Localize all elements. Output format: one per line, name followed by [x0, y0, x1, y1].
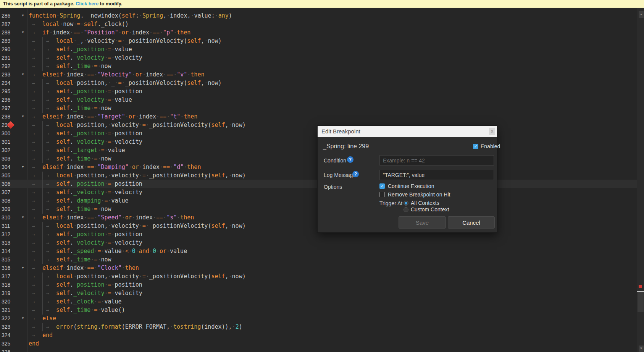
line-number[interactable]: 289 — [2, 37, 10, 45]
gutter[interactable]: 290 — [0, 45, 29, 54]
line-number[interactable]: 319 — [2, 289, 10, 297]
gutter[interactable]: 314 — [0, 247, 29, 255]
gutter[interactable]: 292 — [0, 62, 29, 70]
line-number[interactable]: 307 — [2, 188, 10, 196]
banner-modify-link[interactable]: Click here — [76, 1, 98, 6]
code-line-298[interactable]: 298▼→elseif·index·==·"Target"·or·index·=… — [0, 112, 644, 121]
condition-input[interactable] — [379, 155, 494, 165]
code-text[interactable]: →→self._time·=·now — [29, 104, 644, 113]
code-text[interactable]: →else — [29, 314, 644, 323]
line-number[interactable]: 313 — [2, 238, 10, 247]
line-number[interactable]: 296 — [2, 96, 10, 104]
gutter[interactable]: 296 — [0, 96, 29, 104]
code-line-314[interactable]: 314→→self._speed·=·value·<·0·and·0·or·va… — [0, 247, 644, 255]
code-text[interactable]: →elseif·index·==·"Target"·or·index·==·"t… — [29, 112, 644, 121]
gutter[interactable]: 322▼ — [0, 314, 29, 323]
code-text[interactable]: →→self._speed·=·value·<·0·and·0·or·value — [29, 247, 644, 256]
fold-arrow-icon[interactable]: ▼ — [20, 264, 26, 272]
gutter[interactable]: 304▼ — [0, 163, 29, 171]
fold-arrow-icon[interactable]: ▼ — [20, 314, 26, 323]
fold-arrow-icon[interactable]: ▼ — [20, 163, 26, 171]
code-line-293[interactable]: 293▼→elseif·index·==·"Velocity"·or·index… — [0, 70, 644, 79]
code-line-297[interactable]: 297→→self._time·=·now — [0, 104, 644, 112]
line-number[interactable]: 301 — [2, 138, 10, 146]
gutter[interactable]: 310▼ — [0, 213, 29, 222]
line-number[interactable]: 314 — [2, 247, 10, 255]
gutter[interactable]: 303 — [0, 154, 29, 163]
line-number[interactable]: 302 — [2, 146, 10, 154]
code-text[interactable]: →if·index·==·"Position"·or·index·==·"p"·… — [29, 28, 644, 37]
code-text[interactable]: →→local·_,·velocity·=·_positionVelocity(… — [29, 37, 644, 45]
gutter[interactable]: 291 — [0, 54, 29, 62]
line-number[interactable]: 287 — [2, 20, 10, 28]
code-text[interactable]: →end — [29, 331, 644, 340]
line-number[interactable]: 308 — [2, 196, 10, 205]
line-number[interactable]: 290 — [2, 45, 10, 54]
code-line-321[interactable]: 321→→self._time·=·value() — [0, 306, 644, 314]
code-text[interactable]: →→self._time·=·now — [29, 255, 644, 264]
code-text[interactable]: →→self._velocity·=·value — [29, 96, 644, 104]
code-line-292[interactable]: 292→→self._time·=·now — [0, 62, 644, 70]
line-number[interactable]: 304 — [2, 163, 10, 171]
code-line-289[interactable]: 289→→local·_,·velocity·=·_positionVeloci… — [0, 37, 644, 45]
line-number[interactable]: 316 — [2, 264, 10, 272]
gutter[interactable]: 325 — [0, 339, 29, 348]
code-line-288[interactable]: 288▼→if·index·==·"Position"·or·index·==·… — [0, 28, 644, 37]
remove-breakpoint-checkbox[interactable] — [379, 192, 385, 197]
gutter[interactable]: 311 — [0, 222, 29, 230]
code-text[interactable]: →→local·position,·_·=·_positionVelocity(… — [29, 79, 644, 88]
code-line-325[interactable]: 325end — [0, 339, 644, 348]
code-line-295[interactable]: 295→→self._position·=·position — [0, 87, 644, 96]
fold-arrow-icon[interactable]: ▼ — [20, 28, 26, 37]
line-number[interactable]: 311 — [2, 222, 10, 230]
code-line-294[interactable]: 294→→local·position,·_·=·_positionVeloci… — [0, 79, 644, 87]
code-text[interactable]: →→self._velocity·=·velocity — [29, 289, 644, 298]
code-text[interactable]: →elseif·index·==·"Velocity"·or·index·==·… — [29, 70, 644, 79]
code-text[interactable]: →→self._position·=·position — [29, 87, 644, 96]
code-line-313[interactable]: 313→→self._velocity·=·velocity — [0, 238, 644, 247]
enabled-checkbox[interactable]: ✓ — [473, 144, 478, 149]
line-number[interactable]: 305 — [2, 171, 10, 180]
code-line-326[interactable]: 326 — [0, 348, 644, 352]
vertical-scrollbar[interactable]: ▲ ▼ — [637, 8, 644, 352]
code-text[interactable]: →local·now·=·self._clock() — [29, 20, 644, 29]
line-number[interactable]: 322 — [2, 314, 10, 323]
gutter[interactable]: 301 — [0, 138, 29, 146]
code-text[interactable]: →→self._velocity·=·velocity — [29, 54, 644, 62]
gutter[interactable]: 321 — [0, 306, 29, 314]
code-text[interactable]: end — [29, 339, 644, 348]
code-line-286[interactable]: 286▼function·Spring.__newindex(self:·Spr… — [0, 11, 644, 20]
line-number[interactable]: 288 — [2, 28, 10, 37]
fold-arrow-icon[interactable]: ▼ — [20, 70, 26, 79]
gutter[interactable]: 287 — [0, 20, 29, 28]
fold-arrow-icon[interactable]: ▼ — [20, 112, 26, 121]
line-number[interactable]: 297 — [2, 104, 10, 112]
line-number[interactable]: 295 — [2, 87, 10, 96]
code-text[interactable]: →→self._position·=·value — [29, 45, 644, 54]
fold-arrow-icon[interactable]: ▼ — [20, 213, 26, 222]
code-line-317[interactable]: 317→→local·position,·velocity·=·_positio… — [0, 272, 644, 281]
cancel-button[interactable]: Cancel — [448, 216, 495, 229]
code-text[interactable]: →→self._position·=·position — [29, 281, 644, 289]
gutter[interactable]: 318 — [0, 281, 29, 289]
code-line-290[interactable]: 290→→self._position·=·value — [0, 45, 644, 54]
gutter[interactable]: 299 — [0, 121, 29, 129]
gutter[interactable]: 295 — [0, 87, 29, 96]
line-number[interactable]: 323 — [2, 323, 10, 331]
code-line-322[interactable]: 322▼→else — [0, 314, 644, 323]
line-number[interactable]: 318 — [2, 281, 10, 289]
line-number[interactable]: 293 — [2, 70, 10, 79]
line-number[interactable]: 309 — [2, 205, 10, 213]
gutter[interactable]: 302 — [0, 146, 29, 154]
line-number[interactable]: 321 — [2, 306, 10, 314]
dialog-titlebar[interactable]: Edit Breakpoint x — [318, 126, 497, 137]
log-message-help-icon[interactable]: ? — [352, 171, 359, 177]
code-text[interactable]: →elseif·index·==·"Clock"·then — [29, 264, 644, 273]
code-text[interactable]: →→self._velocity·=·velocity — [29, 238, 644, 247]
code-line-287[interactable]: 287→local·now·=·self._clock() — [0, 20, 644, 28]
scroll-down-button[interactable]: ▼ — [639, 346, 644, 352]
gutter[interactable]: 326 — [0, 348, 29, 352]
gutter[interactable]: 315 — [0, 255, 29, 264]
line-number[interactable]: 320 — [2, 297, 10, 306]
close-icon[interactable]: x — [489, 128, 495, 135]
